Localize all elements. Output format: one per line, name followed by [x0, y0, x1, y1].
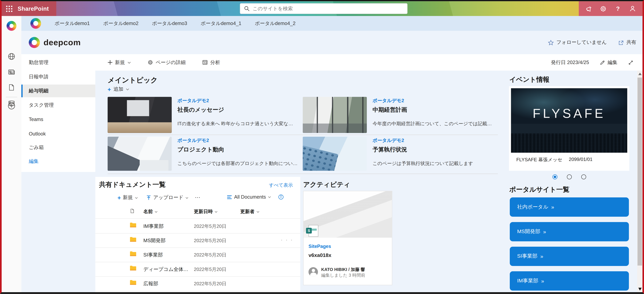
- topic-card-title[interactable]: 予算執行状況: [372, 146, 496, 154]
- topic-card-title[interactable]: 中期経営計画: [372, 106, 496, 114]
- double-arrow-icon: »: [541, 278, 544, 284]
- help-icon[interactable]: ?: [614, 4, 622, 13]
- doc-row-pr[interactable]: 広報部 2022年5月20日: [95, 276, 300, 291]
- nav-item-portal-demo4-2[interactable]: ポータルdemo4_2: [255, 20, 296, 27]
- announcements-icon[interactable]: [584, 4, 593, 13]
- portal-site-button-im[interactable]: IM事業部 »: [510, 271, 629, 291]
- folder-icon: [130, 251, 136, 257]
- doc-row-deepcom[interactable]: ディープコム全体… 2022年5月20日: [95, 262, 300, 276]
- add-circle-icon[interactable]: [8, 102, 16, 110]
- column-modified[interactable]: 更新日時: [194, 209, 218, 215]
- file-type-column-icon[interactable]: [130, 209, 135, 214]
- site-title[interactable]: deepcom: [44, 38, 81, 47]
- main-topic-heading: メイントピック: [108, 75, 158, 85]
- sidebar-item-outlook[interactable]: Outlook: [22, 127, 95, 140]
- follow-button[interactable]: フォローしていません: [548, 39, 607, 46]
- doc-row-ms[interactable]: MS開発部 2022年5月20日 ・・・: [95, 233, 300, 248]
- plus-icon: +: [108, 86, 111, 92]
- sidebar-item-task[interactable]: タスク管理: [22, 99, 95, 111]
- portal-site-button-internal[interactable]: 社内ポータル »: [510, 197, 629, 217]
- sidebar-item-payslip-selected[interactable]: 給与明細: [22, 84, 95, 97]
- analytics-button[interactable]: 分析: [202, 59, 220, 66]
- scrollbar-thumb[interactable]: [638, 78, 642, 266]
- edit-page-button[interactable]: 編集: [600, 59, 617, 66]
- site-header-actions: フォローしていません 共有: [548, 31, 636, 54]
- column-modified-by[interactable]: 更新者: [240, 209, 260, 215]
- settings-gear-icon[interactable]: [599, 4, 608, 13]
- sidebar-item-daily-report[interactable]: 日報申請: [22, 70, 95, 83]
- topic-card-site-label[interactable]: ポータルデモ2: [178, 137, 301, 144]
- topic-card-title[interactable]: プロジェクト動向: [178, 146, 301, 154]
- doc-new-button[interactable]: + 新規: [118, 194, 138, 201]
- new-button[interactable]: 新規: [108, 59, 131, 66]
- carousel-dot-1-active[interactable]: [552, 175, 557, 180]
- hub-site-logo[interactable]: [30, 18, 41, 29]
- portal-site-button-si[interactable]: SI事業部 »: [510, 247, 629, 266]
- topic-card-image-president[interactable]: [108, 97, 172, 133]
- sidebar-item-teams[interactable]: Teams: [22, 113, 95, 126]
- portal-site-button-ms[interactable]: MS開発部 »: [510, 222, 629, 241]
- column-name[interactable]: 名前: [144, 209, 158, 215]
- row-more-icon[interactable]: ・・・: [279, 237, 294, 243]
- event-image[interactable]: FLYSAFE: [511, 88, 627, 153]
- carousel-dot-2[interactable]: [567, 175, 572, 180]
- sidebar-item-recycle-bin[interactable]: ごみ箱: [22, 141, 95, 154]
- avatar: [308, 267, 318, 277]
- doc-upload-button[interactable]: アップロード: [146, 194, 189, 201]
- sidebar-item-attendance[interactable]: 勤怠管理: [22, 56, 95, 69]
- search-input[interactable]: [252, 6, 404, 11]
- site-header: deepcom フォローしていません 共有: [22, 31, 642, 54]
- nav-item-portal-demo3[interactable]: ポータルdemo3: [152, 20, 187, 27]
- nav-item-portal-demo4-1[interactable]: ポータルdemo4_1: [201, 20, 241, 27]
- view-selector-button[interactable]: All Documents: [227, 194, 271, 200]
- doc-row-date: 2022年5月20日: [194, 238, 226, 244]
- topic-card-image-budget[interactable]: [303, 137, 367, 171]
- sharepoint-brand: SharePoint: [18, 5, 49, 12]
- rail-site-logo-icon[interactable]: [7, 21, 16, 31]
- activity-page-name[interactable]: v6xa018x: [308, 252, 331, 258]
- topic-card-image-project[interactable]: [108, 137, 172, 171]
- topic-card-desc: 今年度の中期経営計画について、このページでは記載…: [372, 121, 496, 127]
- folder-icon: [130, 237, 136, 242]
- carousel-dot-3[interactable]: [581, 175, 586, 180]
- view-all-link[interactable]: すべて表示: [269, 182, 293, 188]
- event-image-overlay-text: FLYSAFE: [511, 106, 627, 121]
- doc-row-si[interactable]: SI事業部 2022年5月20日: [95, 248, 300, 262]
- topic-card-site-label[interactable]: ポータルデモ2: [178, 98, 301, 104]
- event-caption: FLYSAFE 幕張メッセ 2099/01/01: [516, 157, 592, 163]
- doc-more-button[interactable]: …: [195, 192, 200, 199]
- site-search-box[interactable]: [240, 3, 408, 14]
- share-button[interactable]: 共有: [618, 39, 636, 46]
- info-icon[interactable]: [278, 194, 284, 200]
- page-command-bar: 新規 ページの詳細 分析: [95, 54, 642, 71]
- activity-card[interactable]: SitePages v6xa018x KATO HIBIKI / 加藤 響 編集…: [303, 191, 392, 285]
- folder-icon: [130, 266, 136, 271]
- account-icon[interactable]: [628, 4, 637, 13]
- topic-row-divider: [108, 135, 498, 135]
- app-launcher-icon[interactable]: [6, 5, 12, 12]
- news-icon[interactable]: [8, 68, 16, 76]
- topic-card-site-label[interactable]: ポータルデモ2: [372, 98, 496, 104]
- nav-item-portal-demo2[interactable]: ポータルdemo2: [103, 20, 138, 27]
- doc-row-name: IM事業部: [144, 223, 164, 230]
- activity-library-link[interactable]: SitePages: [308, 244, 331, 249]
- topic-card-image-midterm[interactable]: [303, 97, 367, 133]
- doc-row-im[interactable]: IM事業部 2022年5月20日: [95, 219, 300, 233]
- follow-label: フォローしていません: [556, 39, 607, 46]
- sidebar-edit-link[interactable]: 編集: [22, 155, 95, 168]
- globe-icon[interactable]: [8, 53, 16, 60]
- scrollbar-down-arrow[interactable]: [638, 288, 642, 291]
- portal-site-button-label: IM事業部: [517, 278, 538, 284]
- topic-card-site-label[interactable]: ポータルデモ2: [372, 137, 496, 144]
- expand-icon[interactable]: [628, 60, 633, 65]
- nav-item-portal-demo1[interactable]: ポータルdemo1: [54, 20, 90, 27]
- add-label: 追加: [114, 86, 123, 93]
- document-icon[interactable]: [8, 84, 15, 91]
- chevron-down-icon: [127, 61, 131, 64]
- main-topic-add-button[interactable]: + 追加: [108, 86, 130, 93]
- page-details-button[interactable]: ページの詳細: [148, 59, 186, 66]
- topic-card-title[interactable]: 社長のメッセージ: [178, 106, 301, 114]
- deepcom-logo-icon[interactable]: [29, 37, 40, 48]
- event-card: FLYSAFE FLYSAFE 幕張メッセ 2099/01/01: [509, 86, 629, 171]
- scrollbar-up-arrow[interactable]: [638, 73, 642, 75]
